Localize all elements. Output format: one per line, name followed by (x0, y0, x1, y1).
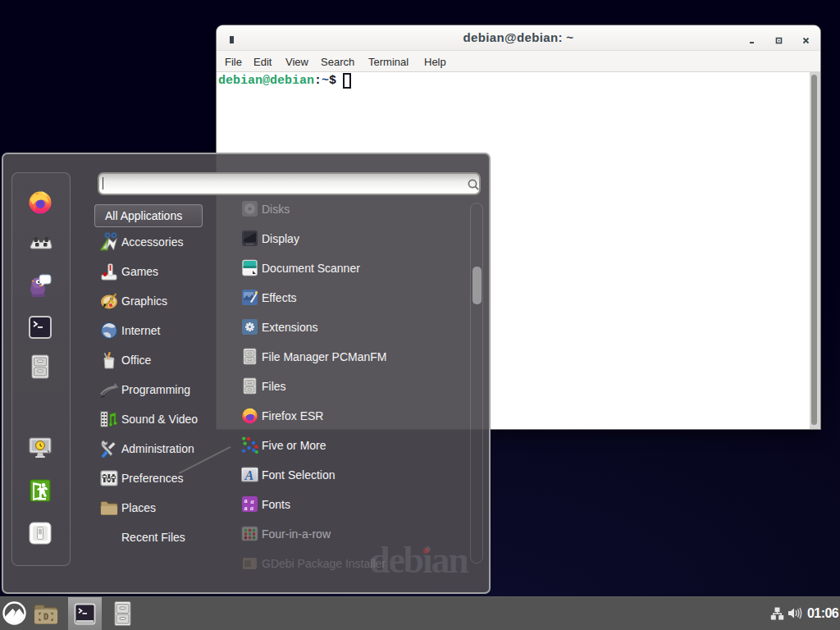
svg-text:a: a (250, 504, 253, 512)
svg-text:A: A (244, 468, 254, 482)
svg-text:a: a (244, 504, 248, 512)
